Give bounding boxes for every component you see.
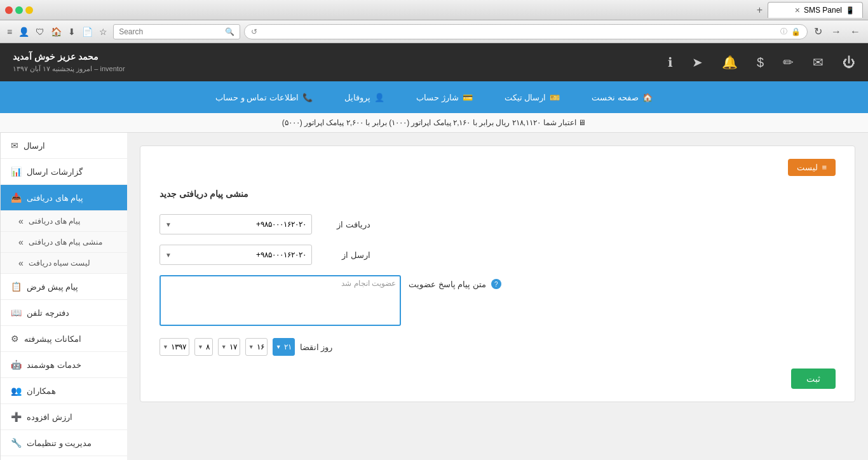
sidebar-item-settings[interactable]: مدیریت و تنظیمات 🔧: [1, 430, 127, 456]
search-icon: 🔍: [225, 27, 234, 36]
sidebar-item-send[interactable]: ارسال ✉: [1, 133, 127, 159]
sidebar-item-advanced[interactable]: امکانات پیشرفته ⚙: [1, 326, 127, 352]
info-bar: 🖥 اعتبار شما ۲۱۸,۱۱۲۰ ریال برابر با ۲,۱۶…: [0, 113, 868, 133]
date-year-value: ۱۳۹۷: [171, 342, 186, 351]
sidebar: ارسال ✉ گزارشات ارسال 📊 پیام های دریافتی…: [0, 133, 127, 460]
info-icon: ⓘ: [780, 27, 787, 36]
dollar-icon[interactable]: $: [757, 55, 764, 70]
ticket-icon: 🎫: [550, 93, 560, 102]
info-icon[interactable]: ℹ: [668, 55, 673, 70]
sidebar-item-inbox[interactable]: پیام های دریافتی 📥: [1, 185, 127, 211]
date-select-month[interactable]: ۸ ▼: [194, 338, 213, 356]
account-icon[interactable]: 👤: [17, 25, 31, 38]
back-btn[interactable]: ←: [848, 25, 863, 39]
receive-from-label: دریافت از: [320, 220, 370, 229]
sidebar-item-smart[interactable]: خدمات هوشمند 🤖: [1, 352, 127, 378]
nav-contact[interactable]: 📞 اطلاعات تماس و حساب: [209, 81, 319, 113]
profile-icon: 👤: [374, 93, 384, 102]
close-btn[interactable]: [5, 6, 13, 14]
nav-profile[interactable]: 👤 پروفایل: [338, 81, 391, 113]
header-icons: ⏻ ✉ ✏ $ 🔔 ➤ ℹ: [668, 55, 855, 70]
download-icon[interactable]: ⬇: [66, 25, 78, 38]
sub-blacklist-icon: »: [18, 258, 24, 268]
search-bar[interactable]: 🔍: [113, 24, 240, 39]
refresh-btn[interactable]: ↻: [811, 24, 825, 39]
date-day1-arrow: ▼: [276, 344, 281, 350]
edit-icon[interactable]: ✏: [783, 55, 794, 70]
shield-icon[interactable]: 🛡: [34, 25, 46, 38]
date-day1-value: ۲۱: [284, 342, 292, 351]
section-title: منشی پیام دریافتی جدید: [159, 189, 248, 199]
power-icon[interactable]: ⏻: [843, 55, 855, 70]
bell-icon[interactable]: 🔔: [722, 55, 738, 70]
tab-close-btn[interactable]: ×: [795, 5, 800, 15]
send-from-row: ارسل از ▼ +۹۸۵۰۰۰۱۶۲۰۲۰: [159, 245, 836, 265]
list-icon: ≡: [822, 163, 827, 172]
sidebar-sub-inbox-label: پیام های دریافتی: [29, 217, 81, 226]
nav-home[interactable]: 🏠 صفحه نخست: [585, 81, 659, 113]
nav-home-label: صفحه نخست: [592, 93, 639, 102]
nav-profile-label: پروفایل: [344, 93, 370, 102]
browser-nav-icons: ☆ 📄 ⬇ 🏠 🛡 👤 ≡: [5, 25, 109, 38]
send-from-arrow: ▼: [165, 252, 172, 259]
separator: –: [92, 65, 98, 72]
textarea-wrapper: عضویت انجام شد: [159, 275, 401, 328]
sidebar-item-team[interactable]: همکاران 👥: [1, 378, 127, 404]
mail-icon[interactable]: ✉: [813, 55, 824, 70]
date-hour1-value: ۱۷: [229, 342, 237, 351]
maximize-btn[interactable]: [15, 6, 23, 14]
nav-charge[interactable]: 💳 شارژ حساب: [410, 81, 479, 113]
message-text-input[interactable]: [159, 275, 401, 326]
date-year-arrow: ▼: [163, 344, 168, 350]
forward-btn[interactable]: →: [829, 25, 844, 39]
settings-sidebar-icon: 🔧: [11, 438, 22, 448]
send-sidebar-icon: ✉: [11, 140, 18, 151]
new-tab-btn[interactable]: +: [757, 4, 763, 16]
date-select-hour1[interactable]: ۱۷ ▼: [218, 338, 240, 356]
browser-navbar: ← → ↻ 🔒 ⓘ sms.pishgam-sms.ir ↺ 🔍 ☆ 📄 ⬇ 🏠…: [0, 20, 868, 43]
receive-from-select[interactable]: ▼ +۹۸۵۰۰۰۱۶۲۰۲۰: [159, 214, 312, 234]
star-icon[interactable]: ☆: [97, 25, 109, 38]
receive-from-row: دریافت از ▼ +۹۸۵۰۰۰۱۶۲۰۲۰: [159, 214, 836, 234]
sidebar-label-inbox: پیام های دریافتی: [27, 193, 83, 203]
contact-icon: 📞: [302, 93, 313, 102]
home-browser-icon[interactable]: 🏠: [49, 25, 64, 38]
sidebar-item-value[interactable]: ارزش افزوده ➕: [1, 404, 127, 430]
sidebar-label-send: ارسال: [24, 141, 45, 151]
team-sidebar-icon: 👥: [11, 386, 22, 396]
main-content: ≡ لیست منشی پیام دریافتی جدید دریافت از …: [127, 133, 868, 460]
address-bar[interactable]: 🔒 ⓘ sms.pishgam-sms.ir ↺: [244, 24, 808, 39]
sidebar-item-reports[interactable]: گزارشات ارسال 📊: [1, 159, 127, 185]
app-navbar: 🏠 صفحه نخست 🎫 ارسال تیکت 💳 شارژ حساب 👤 پ…: [0, 81, 868, 113]
nav-contact-label: اطلاعات تماس و حساب: [215, 93, 299, 102]
expire-label: روز انقضا: [300, 342, 333, 352]
sidebar-sub-secretary[interactable]: منشی پیام های دریافتی »: [1, 232, 127, 253]
search-input[interactable]: [119, 27, 225, 36]
date-select-year[interactable]: ۱۳۹۷ ▼: [159, 338, 189, 356]
date-select-day1[interactable]: ۲۱ ▼: [273, 338, 295, 356]
reload-icon[interactable]: ↺: [251, 27, 257, 36]
nav-ticket[interactable]: 🎫 ارسال تیکت: [498, 81, 567, 113]
sidebar-sub-blacklist[interactable]: لیست سیاه دریافت »: [1, 253, 127, 274]
browser-tab[interactable]: 📱 SMS Panel ×: [768, 2, 863, 18]
info-text: اعتبار شما ۲۱۸,۱۱۲۰ ریال برابر با ۲,۱۶۰ …: [282, 118, 576, 127]
send-icon[interactable]: ➤: [692, 55, 703, 70]
sidebar-sub-inbox[interactable]: پیام های دریافتی »: [1, 211, 127, 232]
sidebar-item-default[interactable]: پیام پیش فرض 📋: [1, 274, 127, 300]
sidebar-item-phonebook[interactable]: دفترچه تلفن 📖: [1, 300, 127, 326]
minimize-btn[interactable]: [25, 6, 33, 14]
sidebar-label-value: ارزش افزوده: [27, 412, 72, 422]
window-controls: [5, 6, 33, 14]
bookmark-icon[interactable]: 📄: [80, 25, 95, 38]
menu-icon[interactable]: ≡: [5, 25, 14, 38]
url-input[interactable]: sms.pishgam-sms.ir: [261, 27, 776, 36]
form-card: ≡ لیست منشی پیام دریافتی جدید دریافت از …: [140, 145, 855, 402]
send-from-select[interactable]: ▼ +۹۸۵۰۰۰۱۶۲۰۲۰: [159, 245, 312, 265]
submit-btn[interactable]: ثبت: [791, 369, 836, 389]
date-select-hour2[interactable]: ۱۶ ▼: [245, 338, 268, 356]
tab-title: SMS Panel: [804, 6, 842, 15]
sidebar-label-settings: مدیریت و تنظیمات: [27, 438, 92, 448]
list-btn[interactable]: ≡ لیست: [788, 159, 836, 176]
username: محمد عزیز خوش آمدید: [13, 50, 125, 64]
sub-secretary-icon: »: [18, 237, 24, 247]
